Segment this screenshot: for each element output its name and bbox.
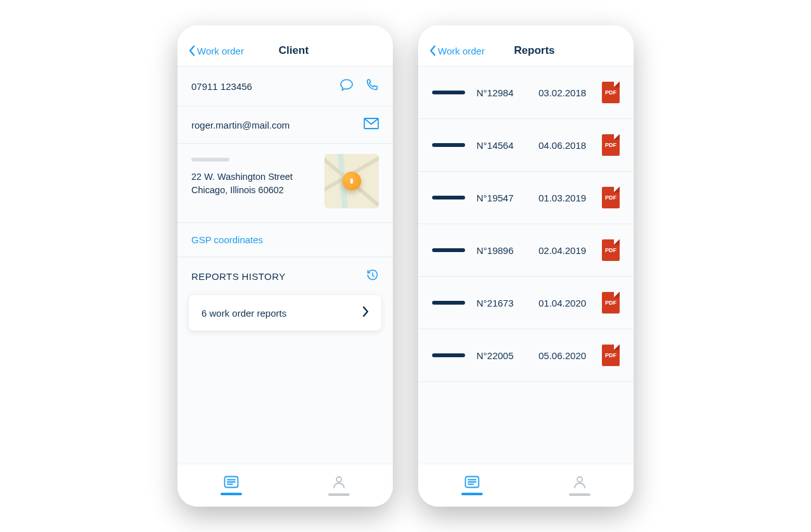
pdf-icon[interactable]: PDF — [602, 345, 620, 366]
report-bar — [432, 143, 465, 147]
tab-profile[interactable] — [526, 464, 634, 507]
map-thumbnail[interactable] — [324, 154, 379, 208]
address-placeholder-bar — [191, 158, 229, 162]
report-row[interactable]: N°2200505.06.2020PDF — [418, 329, 634, 382]
report-date: 03.02.2018 — [539, 87, 591, 98]
report-bar — [432, 301, 465, 305]
report-row[interactable]: N°1456404.06.2018PDF — [418, 119, 634, 172]
chevron-left-icon — [430, 46, 437, 56]
notch — [485, 25, 567, 39]
history-icon — [366, 269, 379, 284]
report-row[interactable]: N°2167301.04.2020PDF — [418, 277, 634, 329]
content: 07911 123456 roger.martin@mail.com — [177, 66, 393, 464]
pdf-icon[interactable]: PDF — [602, 134, 620, 156]
address-line1: 22 W. Washington Street — [191, 170, 314, 184]
gsp-link[interactable]: GSP coordinates — [177, 222, 393, 256]
report-row[interactable]: N°1954701.03.2019PDF — [418, 172, 634, 224]
report-row[interactable]: N°1989602.04.2019PDF — [418, 224, 634, 277]
map-pin-icon — [342, 172, 361, 191]
report-number: N°19896 — [476, 245, 527, 256]
page-title: Client — [206, 44, 381, 57]
svg-point-5 — [336, 477, 342, 482]
address-row: 22 W. Washington Street Chicago, Illinoi… — [177, 143, 393, 222]
tab-orders[interactable] — [418, 464, 526, 507]
person-icon — [332, 475, 346, 489]
report-bar — [432, 91, 465, 94]
report-bar — [432, 196, 465, 200]
phone-reports: Work order Reports N°1298403.02.2018PDFN… — [418, 25, 634, 507]
report-date: 02.04.2019 — [539, 245, 591, 256]
tabbar — [177, 464, 393, 507]
report-date: 01.04.2020 — [539, 298, 591, 308]
reports-history-header: REPORTS HISTORY — [177, 256, 393, 295]
tabbar — [418, 464, 634, 507]
list-icon — [464, 476, 480, 488]
report-date: 01.03.2019 — [539, 193, 591, 203]
report-row[interactable]: N°1298403.02.2018PDF — [418, 66, 634, 119]
phone-client: Work order Client 07911 123456 roger.mar… — [177, 25, 393, 507]
phone-row: 07911 123456 — [177, 66, 393, 106]
phone-value: 07911 123456 — [191, 81, 340, 92]
report-bar — [432, 248, 465, 252]
report-number: N°21673 — [476, 298, 527, 308]
report-number: N°12984 — [476, 87, 527, 98]
reports-card-label: 6 work order reports — [201, 308, 362, 319]
report-date: 04.06.2018 — [539, 140, 591, 151]
svg-point-10 — [577, 477, 582, 482]
pdf-icon[interactable]: PDF — [602, 187, 620, 208]
tab-profile[interactable] — [285, 464, 393, 507]
mail-icon[interactable] — [364, 118, 379, 132]
pdf-icon[interactable]: PDF — [602, 82, 620, 103]
address-line2: Chicago, Illinois 60602 — [191, 184, 314, 197]
page-title: Reports — [447, 44, 622, 57]
chevron-right-icon — [362, 307, 369, 319]
email-row: roger.martin@mail.com — [177, 106, 393, 143]
person-icon — [573, 475, 587, 489]
phone-icon[interactable] — [365, 78, 379, 94]
report-date: 05.06.2020 — [539, 350, 591, 361]
notch — [244, 25, 326, 39]
message-icon[interactable] — [340, 78, 354, 94]
list-icon — [224, 476, 239, 488]
report-bar — [432, 353, 465, 357]
report-number: N°22005 — [476, 350, 527, 361]
reports-card[interactable]: 6 work order reports — [189, 295, 381, 331]
email-value: roger.martin@mail.com — [191, 120, 364, 130]
pdf-icon[interactable]: PDF — [602, 292, 620, 314]
report-number: N°14564 — [476, 140, 527, 151]
reports-list: N°1298403.02.2018PDFN°1456404.06.2018PDF… — [418, 66, 634, 464]
report-number: N°19547 — [476, 193, 527, 203]
pdf-icon[interactable]: PDF — [602, 239, 620, 261]
reports-history-label: REPORTS HISTORY — [191, 271, 366, 282]
chevron-left-icon — [189, 46, 196, 56]
tab-orders[interactable] — [177, 464, 285, 507]
